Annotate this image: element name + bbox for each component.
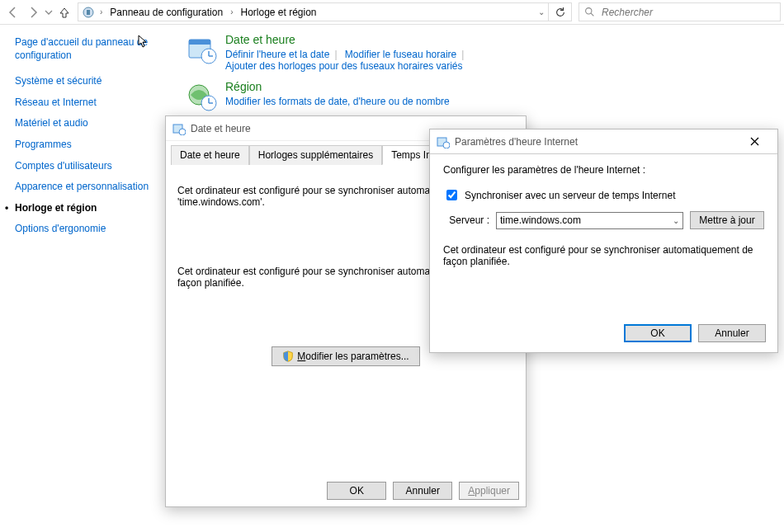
refresh-button[interactable] [549, 2, 572, 21]
sidebar-item-accessibility[interactable]: Options d'ergonomie [15, 223, 169, 236]
search-box[interactable] [579, 2, 781, 21]
svg-point-2 [586, 8, 592, 14]
link-change-formats[interactable]: Modifier les formats de date, d'heure ou… [225, 96, 450, 107]
cancel-button[interactable]: Annuler [698, 324, 766, 342]
chevron-right-icon: › [229, 7, 234, 16]
sidebar-item-appearance[interactable]: Apparence et personnalisation [15, 181, 169, 194]
ok-button[interactable]: OK [327, 482, 386, 500]
breadcrumb-clock-region[interactable]: Horloge et région [238, 6, 319, 19]
modify-settings-label: Modifier les paramètres... [297, 351, 409, 362]
dialog2-title: Paramètres d'heure Internet [455, 136, 578, 148]
search-icon [584, 7, 595, 17]
schedule-text: Cet ordinateur est configuré pour se syn… [443, 244, 764, 267]
svg-rect-1 [87, 10, 90, 15]
chevron-down-icon[interactable]: ⌄ [538, 7, 545, 16]
svg-rect-5 [189, 40, 210, 45]
server-select[interactable]: time.windows.com ⌄ [496, 212, 683, 229]
forward-button[interactable] [23, 2, 43, 22]
calendar-clock-icon [186, 33, 220, 68]
tab-date-time[interactable]: Date et heure [171, 145, 249, 165]
chevron-right-icon: › [98, 7, 104, 16]
sidebar: Page d'accueil du panneau de configurati… [0, 25, 177, 244]
dialog-title: Date et heure [191, 123, 251, 134]
apply-button: Appliquer [459, 482, 519, 500]
svg-line-3 [591, 13, 593, 16]
server-value: time.windows.com [500, 214, 581, 226]
section-date-time: Date et heure Définir l'heure et la date… [186, 33, 767, 72]
up-button[interactable] [54, 2, 74, 22]
recent-dropdown[interactable] [43, 2, 54, 22]
close-button[interactable] [738, 130, 771, 153]
dialog2-body: Configurer les paramètres de l'heure Int… [430, 154, 777, 287]
globe-clock-icon [186, 80, 220, 115]
server-label: Serveur : [443, 214, 489, 226]
sidebar-item-system[interactable]: Système et sécurité [15, 75, 169, 88]
svg-point-14 [179, 129, 186, 135]
link-set-time[interactable]: Définir l'heure et la date [225, 49, 329, 60]
sync-checkbox[interactable] [446, 190, 457, 200]
breadcrumb-control-panel[interactable]: Panneau de configuration [107, 6, 225, 19]
dialog-icon [437, 135, 450, 148]
dialog2-actions: OK Annuler [624, 324, 766, 342]
link-change-timezone[interactable]: Modifier le fuseau horaire [345, 49, 456, 60]
sidebar-item-hardware[interactable]: Matériel et audio [15, 117, 169, 130]
sidebar-item-accounts[interactable]: Comptes d'utilisateurs [15, 160, 169, 173]
sidebar-item-clock-region[interactable]: Horloge et région [15, 202, 169, 215]
dialog2-titlebar[interactable]: Paramètres d'heure Internet [430, 129, 777, 154]
address-bar[interactable]: › Panneau de configuration › Horloge et … [78, 2, 549, 21]
intro-text: Configurer les paramètres de l'heure Int… [443, 164, 764, 176]
sidebar-item-programs[interactable]: Programmes [15, 139, 169, 152]
dialog-internet-time-settings: Paramètres d'heure Internet Configurer l… [429, 129, 778, 353]
back-button[interactable] [3, 2, 23, 22]
modify-settings-button[interactable]: Modifier les paramètres... [272, 346, 420, 366]
section-title-date-time[interactable]: Date et heure [225, 33, 469, 46]
section-region: Région Modifier les formats de date, d'h… [186, 80, 767, 115]
dialog-actions: OK Annuler Appliquer [327, 482, 519, 500]
svg-point-16 [443, 142, 450, 148]
dialog-icon [172, 122, 186, 135]
link-additional-clocks[interactable]: Ajouter des horloges pour des fuseaux ho… [225, 60, 463, 72]
search-input[interactable] [600, 6, 775, 19]
sidebar-item-network[interactable]: Réseau et Internet [15, 97, 169, 110]
control-panel-icon [82, 6, 95, 19]
sidebar-home[interactable]: Page d'accueil du panneau de configurati… [15, 36, 169, 62]
explorer-toolbar: › Panneau de configuration › Horloge et … [0, 0, 784, 25]
update-now-button[interactable]: Mettre à jour [690, 211, 764, 229]
shield-icon [282, 351, 294, 362]
ok-button[interactable]: OK [624, 324, 692, 342]
section-title-region[interactable]: Région [225, 80, 450, 93]
tab-additional-clocks[interactable]: Horloges supplémentaires [249, 145, 382, 165]
sync-checkbox-label: Synchroniser avec un serveur de temps In… [465, 190, 675, 201]
chevron-down-icon: ⌄ [673, 216, 679, 225]
cancel-button[interactable]: Annuler [393, 482, 452, 500]
